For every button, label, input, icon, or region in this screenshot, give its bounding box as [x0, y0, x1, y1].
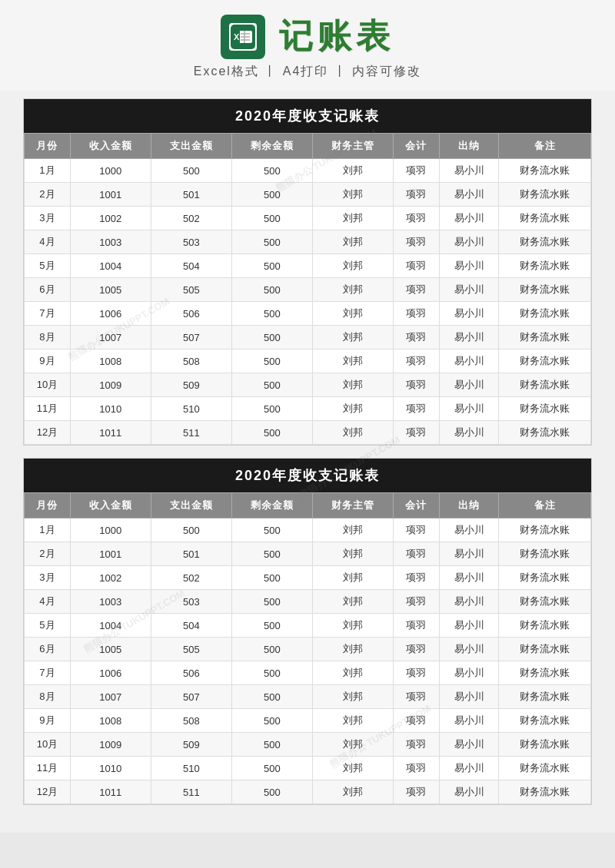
table-cell: 项羽: [393, 661, 439, 685]
table-cell: 506: [151, 302, 231, 326]
table2-header-row: 月份 收入金额 支出金额 剩余金额 财务主管 会计 出纳 备注: [25, 493, 591, 518]
table-cell: 505: [151, 638, 231, 661]
table-cell: 易小川: [439, 373, 499, 397]
table-row: 4月1003503500刘邦项羽易小川财务流水账: [25, 230, 591, 254]
table-cell: 财务流水账: [499, 590, 591, 614]
table-cell: 刘邦: [312, 614, 393, 638]
table-cell: 1002: [70, 207, 151, 230]
table-cell: 刘邦: [312, 780, 393, 804]
table-cell: 刘邦: [312, 518, 393, 542]
table-cell: 500: [231, 542, 312, 566]
table-cell: 1005: [70, 638, 151, 661]
table-cell: 500: [151, 518, 231, 542]
table-cell: 项羽: [393, 421, 439, 445]
table-cell: 500: [231, 350, 312, 373]
table-row: 1月1000500500刘邦项羽易小川财务流水账: [25, 159, 591, 183]
sub-title: Excel格式 丨 A4打印 丨 内容可修改: [194, 64, 421, 80]
table-cell: 财务流水账: [499, 159, 591, 183]
table-cell: 500: [231, 421, 312, 445]
col-manager: 财务主管: [312, 134, 393, 159]
table-cell: 刘邦: [312, 302, 393, 326]
table-cell: 项羽: [393, 566, 439, 590]
table-cell: 1009: [70, 373, 151, 397]
table-cell: 刘邦: [312, 230, 393, 254]
table-row: 12月1011511500刘邦项羽易小川财务流水账: [25, 421, 591, 445]
table-cell: 财务流水账: [499, 421, 591, 445]
table2-header: 月份 收入金额 支出金额 剩余金额 财务主管 会计 出纳 备注: [25, 493, 591, 518]
table-cell: 501: [151, 183, 231, 207]
table-cell: 项羽: [393, 302, 439, 326]
table-cell: 财务流水账: [499, 230, 591, 254]
table-cell: 刘邦: [312, 397, 393, 421]
table-cell: 易小川: [439, 326, 499, 350]
col-manager-2: 财务主管: [312, 493, 393, 518]
table-cell: 7月: [25, 661, 71, 685]
table-cell: 500: [231, 326, 312, 350]
table-cell: 项羽: [393, 278, 439, 302]
table-cell: 509: [151, 733, 231, 757]
table-cell: 1005: [70, 278, 151, 302]
table-cell: 1月: [25, 518, 71, 542]
table-cell: 508: [151, 350, 231, 373]
table-cell: 3月: [25, 207, 71, 230]
table-cell: 3月: [25, 566, 71, 590]
table-section-2: 2020年度收支记账表 月份 收入金额 支出金额 剩余金额 财务主管 会计 出纳…: [23, 458, 592, 805]
table-cell: 507: [151, 685, 231, 709]
table-row: 11月1010510500刘邦项羽易小川财务流水账: [25, 397, 591, 421]
table-cell: 财务流水账: [499, 614, 591, 638]
table-cell: 财务流水账: [499, 780, 591, 804]
table-cell: 易小川: [439, 159, 499, 183]
table-cell: 刘邦: [312, 278, 393, 302]
table-cell: 项羽: [393, 230, 439, 254]
table-row: 5月1004504500刘邦项羽易小川财务流水账: [25, 254, 591, 278]
table-cell: 财务流水账: [499, 183, 591, 207]
table-cell: 1001: [70, 542, 151, 566]
table-cell: 财务流水账: [499, 397, 591, 421]
table-cell: 500: [231, 518, 312, 542]
table-cell: 500: [231, 397, 312, 421]
table-cell: 511: [151, 421, 231, 445]
table-cell: 财务流水账: [499, 373, 591, 397]
table-cell: 刘邦: [312, 373, 393, 397]
table-row: 9月1008508500刘邦项羽易小川财务流水账: [25, 350, 591, 373]
svg-text:X: X: [234, 32, 240, 41]
table-cell: 刘邦: [312, 326, 393, 350]
table-cell: 项羽: [393, 518, 439, 542]
table-cell: 510: [151, 397, 231, 421]
table-row: 8月1007507500刘邦项羽易小川财务流水账: [25, 685, 591, 709]
table-cell: 9月: [25, 709, 71, 733]
table-cell: 项羽: [393, 254, 439, 278]
table-cell: 项羽: [393, 614, 439, 638]
table-cell: 易小川: [439, 733, 499, 757]
table1: 月份 收入金额 支出金额 剩余金额 财务主管 会计 出纳 备注 1月100050…: [24, 133, 591, 445]
table-cell: 501: [151, 542, 231, 566]
table-cell: 8月: [25, 326, 71, 350]
table-cell: 500: [231, 207, 312, 230]
table-cell: 1008: [70, 350, 151, 373]
table-cell: 易小川: [439, 230, 499, 254]
table-row: 3月1002502500刘邦项羽易小川财务流水账: [25, 207, 591, 230]
main-title: 记账表: [279, 14, 394, 59]
table-cell: 500: [231, 230, 312, 254]
table-cell: 508: [151, 709, 231, 733]
table1-title: 2020年度收支记账表: [24, 99, 591, 133]
table-cell: 1011: [70, 780, 151, 804]
table-cell: 易小川: [439, 350, 499, 373]
table-cell: 6月: [25, 638, 71, 661]
table-cell: 504: [151, 614, 231, 638]
table-cell: 易小川: [439, 614, 499, 638]
table-cell: 500: [231, 661, 312, 685]
table-cell: 500: [231, 566, 312, 590]
table-cell: 财务流水账: [499, 518, 591, 542]
table-cell: 刘邦: [312, 685, 393, 709]
table-cell: 易小川: [439, 207, 499, 230]
table-cell: 易小川: [439, 709, 499, 733]
table-cell: 1006: [70, 661, 151, 685]
table2-body: 1月1000500500刘邦项羽易小川财务流水账2月1001501500刘邦项羽…: [25, 518, 591, 804]
table1-header-row: 月份 收入金额 支出金额 剩余金额 财务主管 会计 出纳 备注: [25, 134, 591, 159]
table-row: 8月1007507500刘邦项羽易小川财务流水账: [25, 326, 591, 350]
table-row: 11月1010510500刘邦项羽易小川财务流水账: [25, 757, 591, 780]
table-cell: 易小川: [439, 780, 499, 804]
table-cell: 易小川: [439, 183, 499, 207]
table-cell: 项羽: [393, 590, 439, 614]
